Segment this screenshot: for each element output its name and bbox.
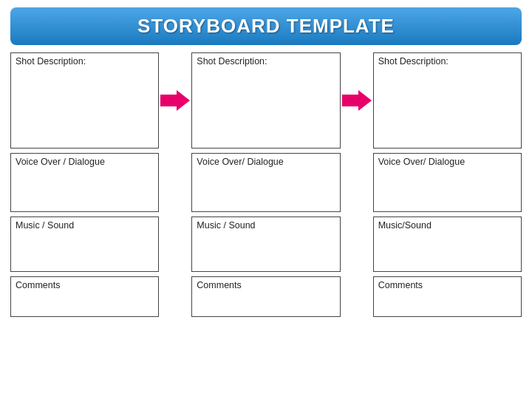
music-label-2: Music / Sound [197, 220, 255, 231]
arrow-body-1 [160, 95, 177, 106]
voice-row: Voice Over / Dialogue Voice Over/ Dialog… [10, 153, 522, 212]
comments-spacer-2 [341, 276, 373, 317]
shot-label-3: Shot Description: [378, 56, 449, 66]
page-title: STORYBOARD TEMPLATE [10, 15, 522, 38]
comments-spacer-1 [159, 276, 191, 317]
comments-label-2: Comments [197, 280, 241, 290]
voice-label-3: Voice Over/ Dialogue [378, 157, 465, 167]
comments-cell-1: Comments [10, 276, 159, 317]
voice-label-2: Voice Over/ Dialogue [197, 157, 283, 167]
arrow-shape-2 [342, 90, 372, 111]
music-spacer-1 [159, 216, 191, 272]
shot-cell-3: Shot Description: [373, 52, 522, 149]
arrow-head-1 [177, 90, 190, 111]
arrow-head-2 [358, 90, 372, 111]
shot-row: Shot Description: Shot Description: Shot… [10, 52, 522, 149]
comments-cell-2: Comments [191, 276, 340, 317]
voice-label-1: Voice Over / Dialogue [16, 157, 105, 167]
music-spacer-2 [341, 216, 373, 272]
arrow-1 [159, 52, 191, 149]
voice-cell-1: Voice Over / Dialogue [10, 153, 159, 212]
voice-cell-2: Voice Over/ Dialogue [191, 153, 340, 212]
comments-row: Comments Comments Comments [10, 276, 522, 317]
comments-label-3: Comments [378, 280, 423, 290]
voice-spacer-2 [341, 153, 373, 212]
storyboard-grid: Shot Description: Shot Description: Shot… [10, 52, 522, 392]
music-cell-3: Music/Sound [373, 216, 522, 272]
music-cell-2: Music / Sound [191, 216, 340, 272]
music-label-3: Music/Sound [378, 220, 432, 231]
music-cell-1: Music / Sound [10, 216, 159, 272]
arrow-shape-1 [160, 90, 190, 111]
music-row: Music / Sound Music / Sound Music/Sound [10, 216, 522, 272]
page: STORYBOARD TEMPLATE Shot Description: Sh… [0, 0, 532, 399]
shot-label-1: Shot Description: [16, 56, 86, 66]
shot-cell-2: Shot Description: [191, 52, 340, 149]
arrow-2 [341, 52, 373, 149]
music-label-1: Music / Sound [16, 220, 74, 231]
shot-cell-1: Shot Description: [10, 52, 159, 149]
shot-label-2: Shot Description: [197, 56, 267, 66]
voice-spacer-1 [159, 153, 191, 212]
comments-cell-3: Comments [373, 276, 522, 317]
header-banner: STORYBOARD TEMPLATE [10, 7, 522, 45]
comments-label-1: Comments [16, 280, 60, 290]
arrow-body-2 [342, 95, 358, 106]
voice-cell-3: Voice Over/ Dialogue [373, 153, 522, 212]
